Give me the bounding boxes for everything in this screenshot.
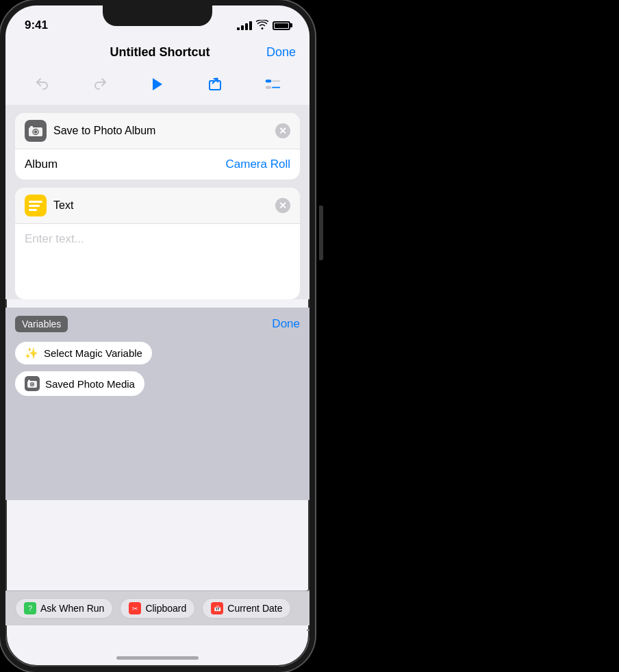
save-photo-icon <box>25 120 47 142</box>
home-indicator <box>116 656 199 660</box>
svg-rect-8 <box>30 126 33 128</box>
battery-icon <box>273 21 290 30</box>
page-header: Untitled Shortcut Done <box>5 40 310 66</box>
saved-photo-label: Saved Photo Media <box>45 378 135 390</box>
clipboard-pill[interactable]: ✂ Clipboard <box>120 598 195 619</box>
svg-point-14 <box>31 384 34 386</box>
svg-marker-0 <box>153 78 162 90</box>
clipboard-label: Clipboard <box>145 603 186 614</box>
svg-rect-11 <box>29 209 37 211</box>
variables-header: Variables Done <box>15 316 300 332</box>
text-action-title: Text <box>53 199 73 212</box>
page-title: Untitled Shortcut <box>110 45 210 60</box>
play-button[interactable] <box>145 72 170 97</box>
status-icons <box>237 20 290 32</box>
current-date-label: Current Date <box>227 603 282 614</box>
svg-rect-10 <box>29 205 40 207</box>
svg-rect-15 <box>28 380 30 382</box>
toolbar <box>5 66 310 105</box>
ask-when-run-pill[interactable]: ? Ask When Run <box>15 598 113 619</box>
status-time: 9:41 <box>25 18 48 32</box>
redo-button[interactable] <box>88 72 112 97</box>
variables-list: ✨ Select Magic Variable Saved Photo Medi… <box>15 342 300 396</box>
undo-button[interactable] <box>30 72 55 97</box>
current-date-pill[interactable]: 📅 Current Date <box>202 598 291 619</box>
camera-roll-value[interactable]: Camera Roll <box>226 158 290 171</box>
magic-variable-label: Select Magic Variable <box>44 347 142 359</box>
signal-bars-icon <box>237 21 252 30</box>
svg-rect-9 <box>29 201 42 203</box>
bottom-variable-bar: ? Ask When Run ✂ Clipboard 📅 Current Dat… <box>5 590 310 625</box>
actions-area: Save to Photo Album ✕ Album Camera Roll <box>5 105 310 299</box>
header-done-button[interactable]: Done <box>266 45 296 60</box>
album-label: Album <box>25 158 58 171</box>
svg-rect-1 <box>266 79 272 82</box>
saved-photo-item[interactable]: Saved Photo Media <box>15 371 144 396</box>
wifi-icon <box>256 20 268 32</box>
settings-button[interactable] <box>260 72 285 97</box>
text-close-button[interactable]: ✕ <box>275 198 290 213</box>
save-photo-close-button[interactable]: ✕ <box>275 123 290 138</box>
variables-tag: Variables <box>15 316 68 332</box>
text-icon <box>25 195 47 216</box>
middle-spacer <box>5 404 310 500</box>
magic-variable-item[interactable]: ✨ Select Magic Variable <box>15 342 152 364</box>
text-action: Text ✕ Enter text... <box>15 188 300 299</box>
clipboard-icon: ✂ <box>129 602 141 614</box>
variables-panel: Variables Done ✨ Select Magic Variable <box>5 308 310 404</box>
share-button[interactable] <box>203 72 227 97</box>
text-header: Text ✕ <box>15 188 300 224</box>
current-date-icon: 📅 <box>211 602 223 614</box>
text-placeholder: Enter text... <box>25 232 84 245</box>
bracket-indicator <box>307 590 315 631</box>
saved-photo-item-icon <box>25 376 40 391</box>
svg-point-7 <box>34 130 37 133</box>
variables-done-button[interactable]: Done <box>272 317 300 331</box>
ask-when-run-icon: ? <box>24 602 36 614</box>
svg-rect-2 <box>266 86 272 89</box>
magic-wand-icon: ✨ <box>25 347 38 360</box>
save-photo-action: Save to Photo Album ✕ Album Camera Roll <box>15 113 300 179</box>
save-photo-album-row[interactable]: Album Camera Roll <box>15 149 300 179</box>
text-input-area[interactable]: Enter text... <box>15 224 300 299</box>
power-button[interactable] <box>319 206 323 260</box>
save-photo-header: Save to Photo Album ✕ <box>15 113 300 149</box>
ask-when-run-label: Ask When Run <box>40 603 104 614</box>
save-photo-title: Save to Photo Album <box>53 125 155 137</box>
phone-notch <box>103 5 212 26</box>
